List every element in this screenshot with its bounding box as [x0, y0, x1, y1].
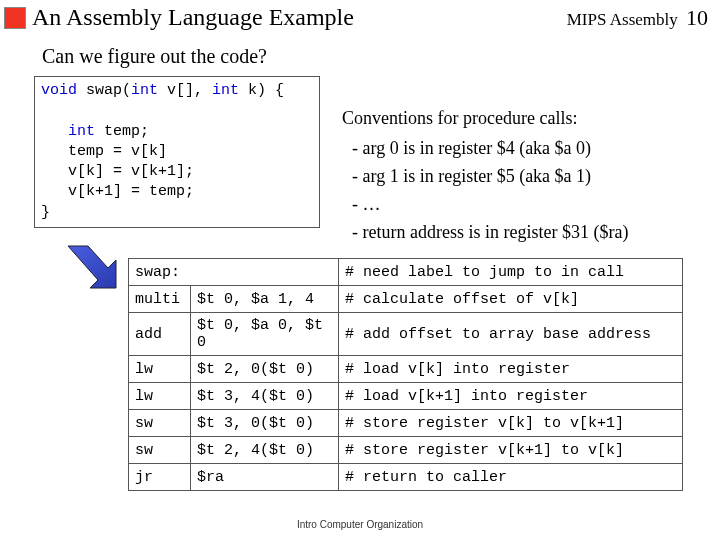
conventions-bullet: - … — [342, 191, 712, 219]
code-text: swap( — [77, 82, 131, 99]
asm-comment: # load v[k+1] into register — [339, 383, 683, 410]
code-text: temp; — [95, 123, 149, 140]
asm-args: $ra — [191, 464, 339, 491]
conventions-block: Conventions for procedure calls: - arg 0… — [342, 105, 712, 246]
footer-text: Intro Computer Organization — [0, 519, 720, 530]
conventions-bullet: - arg 0 is in register $4 (aka $a 0) — [342, 135, 712, 163]
code-line: } — [41, 204, 50, 221]
page-number: 10 — [686, 5, 708, 30]
asm-label-row: swap: # need label to jump to in call — [129, 259, 683, 286]
asm-comment: # store register v[k] to v[k+1] — [339, 410, 683, 437]
code-kw: void — [41, 82, 77, 99]
section-label: MIPS Assembly — [567, 10, 678, 29]
asm-op: lw — [129, 383, 191, 410]
asm-comment: # add offset to array base address — [339, 313, 683, 356]
asm-comment: # store register v[k+1] to v[k] — [339, 437, 683, 464]
asm-row: sw $t 3, 0($t 0) # store register v[k] t… — [129, 410, 683, 437]
code-line: v[k] = v[k+1]; — [41, 163, 194, 180]
asm-args: $t 3, 4($t 0) — [191, 383, 339, 410]
header-right: MIPS Assembly 10 — [567, 5, 708, 31]
slide-title: An Assembly Language Example — [32, 4, 567, 31]
asm-args: $t 2, 0($t 0) — [191, 356, 339, 383]
code-line: v[k+1] = temp; — [41, 183, 194, 200]
asm-row: lw $t 3, 4($t 0) # load v[k+1] into regi… — [129, 383, 683, 410]
asm-args: $t 2, 4($t 0) — [191, 437, 339, 464]
asm-op: jr — [129, 464, 191, 491]
asm-row: multi $t 0, $a 1, 4 # calculate offset o… — [129, 286, 683, 313]
assembly-table: swap: # need label to jump to in call mu… — [128, 258, 683, 491]
asm-args: $t 0, $a 0, $t 0 — [191, 313, 339, 356]
arrow-icon — [64, 242, 124, 290]
asm-args: $t 3, 0($t 0) — [191, 410, 339, 437]
code-kw: int — [131, 82, 158, 99]
asm-row: sw $t 2, 4($t 0) # store register v[k+1]… — [129, 437, 683, 464]
asm-op: multi — [129, 286, 191, 313]
asm-op: sw — [129, 437, 191, 464]
code-text: v[], — [158, 82, 212, 99]
asm-comment: # return to caller — [339, 464, 683, 491]
bullet-square-icon — [4, 7, 26, 29]
asm-label: swap: — [129, 259, 339, 286]
code-kw: int — [41, 123, 95, 140]
code-kw: int — [212, 82, 239, 99]
asm-args: $t 0, $a 1, 4 — [191, 286, 339, 313]
asm-op: sw — [129, 410, 191, 437]
svg-marker-0 — [68, 246, 116, 288]
c-source-code: void swap(int v[], int k) { int temp; te… — [34, 76, 320, 228]
asm-row: add $t 0, $a 0, $t 0 # add offset to arr… — [129, 313, 683, 356]
asm-op: lw — [129, 356, 191, 383]
code-line: temp = v[k] — [41, 143, 167, 160]
asm-comment: # calculate offset of v[k] — [339, 286, 683, 313]
conventions-bullet: - arg 1 is in register $5 (aka $a 1) — [342, 163, 712, 191]
asm-row: lw $t 2, 0($t 0) # load v[k] into regist… — [129, 356, 683, 383]
slide-header: An Assembly Language Example MIPS Assemb… — [0, 0, 720, 33]
asm-row: jr $ra # return to caller — [129, 464, 683, 491]
asm-comment: # load v[k] into register — [339, 356, 683, 383]
conventions-heading: Conventions for procedure calls: — [342, 105, 712, 133]
subtitle: Can we figure out the code? — [42, 45, 720, 68]
code-text: k) { — [239, 82, 284, 99]
asm-comment: # need label to jump to in call — [339, 259, 683, 286]
asm-op: add — [129, 313, 191, 356]
conventions-bullet: - return address is in register $31 ($ra… — [342, 219, 712, 247]
